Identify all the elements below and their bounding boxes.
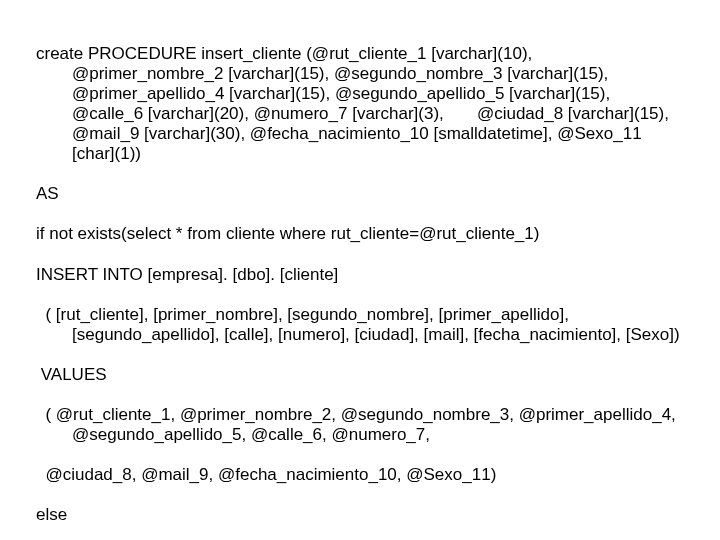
code-line-values: VALUES xyxy=(36,365,684,385)
code-line-params2: @ciudad_8, @mail_9, @fecha_nacimiento_10… xyxy=(36,465,684,485)
code-line-columns: ( [rut_cliente], [primer_nombre], [segun… xyxy=(36,305,684,345)
code-line-create: create PROCEDURE insert_cliente (@rut_cl… xyxy=(36,44,684,164)
code-line-params1: ( @rut_cliente_1, @primer_nombre_2, @seg… xyxy=(36,405,684,445)
code-line-else: else xyxy=(36,505,684,525)
code-line-as: AS xyxy=(36,184,684,204)
code-line-insertinto: INSERT INTO [empresa]. [dbo]. [cliente] xyxy=(36,265,684,285)
code-line-ifnotexists: if not exists(select * from cliente wher… xyxy=(36,224,684,244)
sql-procedure-code: create PROCEDURE insert_cliente (@rut_cl… xyxy=(0,0,720,540)
